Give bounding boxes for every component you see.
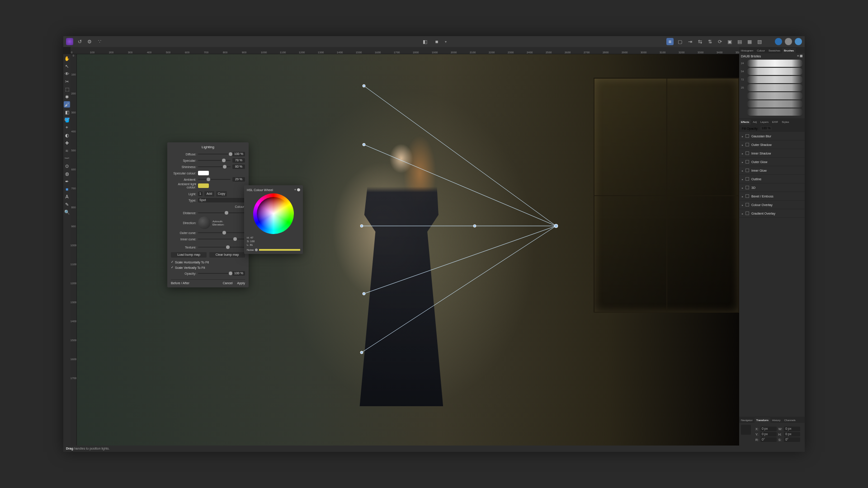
effect-row[interactable]: ▸Inner Shadow bbox=[739, 149, 805, 158]
tab-transform[interactable]: Transform bbox=[755, 418, 770, 423]
paint-brush-tool-icon[interactable]: 🖌 bbox=[64, 101, 70, 108]
studio-tabs-top[interactable]: HistogramColourSwatchesBrushes bbox=[739, 47, 805, 53]
arrange-forward-icon[interactable]: ▤ bbox=[736, 38, 743, 45]
tab-colour[interactable]: Colour bbox=[755, 48, 767, 53]
pen-tool-icon[interactable]: ✒ bbox=[64, 178, 70, 184]
brush-item[interactable] bbox=[741, 100, 803, 108]
brush-item[interactable]: 25 bbox=[741, 84, 803, 91]
brush-item[interactable]: 54 bbox=[741, 68, 803, 75]
brush-item[interactable] bbox=[741, 108, 803, 116]
eyedropper-icon[interactable]: ⌖ ⬤ bbox=[294, 188, 300, 192]
tab-channels[interactable]: Channels bbox=[782, 418, 797, 423]
lighting-panel[interactable]: Lighting Diffuse:100 % Specular:78 % Shi… bbox=[167, 142, 249, 287]
clear-bump-button[interactable]: Clear bump map bbox=[209, 252, 245, 258]
effects-list[interactable]: ▸Gaussian Blur▸Outer Shadow▸Inner Shadow… bbox=[739, 132, 805, 218]
apply-button[interactable]: Apply bbox=[237, 282, 245, 285]
fill-tool-icon[interactable]: 🪣 bbox=[64, 117, 70, 123]
inner-cone-slider[interactable] bbox=[198, 239, 245, 239]
brush-item[interactable]: 72 bbox=[741, 76, 803, 83]
shininess-slider[interactable] bbox=[198, 166, 231, 167]
opacity-value[interactable]: 100 % bbox=[232, 271, 245, 276]
texture-slider[interactable] bbox=[198, 247, 245, 248]
noise-slider[interactable] bbox=[259, 249, 300, 251]
fill-opacity-value[interactable]: 100 % bbox=[760, 126, 772, 131]
erase-tool-icon[interactable]: ◧ bbox=[64, 109, 70, 115]
tab-swatches[interactable]: Swatches bbox=[767, 48, 782, 53]
light-outer-handle-1[interactable] bbox=[363, 84, 365, 87]
outer-cone-slider[interactable] bbox=[198, 232, 245, 233]
scale-h-checkbox[interactable]: Scale Horizontally To Fit bbox=[171, 259, 245, 265]
anchor-widget[interactable] bbox=[741, 425, 751, 435]
ambient-value[interactable]: 29 % bbox=[232, 177, 245, 182]
arrange-group-icon[interactable]: ▢ bbox=[676, 38, 684, 45]
settings-gear-icon[interactable]: ⚙ bbox=[86, 38, 93, 45]
tab-exif[interactable]: EXIF bbox=[770, 119, 780, 125]
effect-row[interactable]: ▸Outline bbox=[739, 175, 805, 183]
hsl-wheel[interactable] bbox=[253, 193, 294, 234]
light-outer-handle-2[interactable] bbox=[360, 351, 363, 354]
transform-x[interactable]: 0 px bbox=[760, 427, 777, 431]
light-center-handle[interactable] bbox=[360, 225, 363, 227]
light-type-select[interactable]: Spot bbox=[198, 198, 245, 202]
account-icon[interactable] bbox=[795, 38, 802, 45]
live-preview-icon[interactable] bbox=[775, 38, 782, 45]
light-inner-handle-2[interactable] bbox=[363, 292, 365, 295]
text-tool-icon[interactable]: A bbox=[64, 193, 70, 200]
inpainting-tool-icon[interactable]: ≈ bbox=[64, 147, 70, 154]
move-tool-icon[interactable]: ↖ bbox=[64, 63, 70, 69]
ambient-slider[interactable] bbox=[198, 179, 231, 180]
transform-w[interactable]: 0 px bbox=[784, 427, 800, 431]
opacity-slider[interactable] bbox=[198, 273, 231, 274]
ambient-colour-swatch[interactable] bbox=[198, 183, 209, 188]
diffuse-value[interactable]: 100 % bbox=[232, 152, 245, 156]
red-eye-tool-icon[interactable]: ⊙ bbox=[64, 163, 70, 169]
clone-tool-icon[interactable]: ⌖ bbox=[64, 124, 70, 131]
load-bump-button[interactable]: Load bump map bbox=[171, 252, 207, 258]
arrange-toback-icon[interactable]: ▧ bbox=[756, 38, 763, 45]
studio-tabs-bottom[interactable]: NavigatorTransformHistoryChannels bbox=[739, 417, 805, 423]
specular-value[interactable]: 78 % bbox=[232, 158, 245, 163]
arrange-distribute-icon[interactable]: ⇥ bbox=[686, 38, 693, 45]
effect-row[interactable]: ▸Bevel / Emboss bbox=[739, 192, 805, 201]
canvas[interactable]: Lighting Diffuse:100 % Specular:78 % Shi… bbox=[77, 54, 739, 446]
transform-r[interactable]: 0° bbox=[760, 437, 777, 442]
effect-row[interactable]: ▸Outer Shadow bbox=[739, 141, 805, 149]
before-after-toggle[interactable]: Before / After bbox=[171, 282, 189, 285]
flood-select-tool-icon[interactable]: ✱ bbox=[64, 94, 70, 100]
cancel-button[interactable]: Cancel bbox=[223, 282, 233, 285]
shape-tool-icon[interactable]: ■ bbox=[64, 186, 70, 192]
crop-tool-icon[interactable]: ✂ bbox=[64, 78, 70, 84]
brush-menu-icon[interactable]: ≡ ▦ bbox=[797, 54, 803, 58]
persona-develop-icon[interactable]: ◧ bbox=[421, 38, 429, 45]
tab-navigator[interactable]: Navigator bbox=[739, 418, 755, 423]
arrange-rotate-icon[interactable]: ⟳ bbox=[716, 38, 723, 45]
persona-dropdown-icon[interactable]: ▾ bbox=[445, 40, 447, 44]
hand-tool-icon[interactable]: ✋ bbox=[64, 55, 70, 61]
brush-category[interactable]: DAUB Bristles bbox=[741, 55, 761, 58]
share-icon[interactable]: ∵ bbox=[96, 38, 103, 45]
zoom-tool-icon[interactable]: 🔍 bbox=[64, 209, 70, 215]
direction-knob[interactable] bbox=[198, 216, 211, 229]
effect-row[interactable]: ▸Outer Glow bbox=[739, 158, 805, 166]
persona-photo-icon[interactable]: ■ bbox=[433, 38, 440, 45]
tab-histogram[interactable]: Histogram bbox=[739, 48, 755, 53]
copy-light-button[interactable]: Copy bbox=[216, 191, 227, 197]
view-tool-icon[interactable]: 👁 bbox=[64, 70, 70, 77]
light-index-select[interactable]: 1 bbox=[198, 192, 203, 196]
undo-icon[interactable]: ↺ bbox=[76, 38, 83, 45]
brush-list[interactable]: 24547225 bbox=[739, 59, 805, 117]
scale-v-checkbox[interactable]: Scale Vertically To Fit bbox=[171, 265, 245, 270]
effect-row[interactable]: ▸Inner Glow bbox=[739, 166, 805, 175]
arrange-tofront-icon[interactable]: ▦ bbox=[746, 38, 753, 45]
add-light-button[interactable]: Add bbox=[204, 191, 214, 197]
arrange-flip-h-icon[interactable]: ⇆ bbox=[696, 38, 703, 45]
tab-adj[interactable]: Adj bbox=[751, 119, 759, 125]
effect-row[interactable]: ▸Gaussian Blur bbox=[739, 132, 805, 141]
transform-s[interactable]: 0° bbox=[784, 437, 800, 442]
tab-brushes[interactable]: Brushes bbox=[782, 48, 796, 53]
transform-h[interactable]: 0 px bbox=[784, 432, 800, 436]
light-inner-handle-1[interactable] bbox=[363, 143, 365, 146]
effect-row[interactable]: ▸Gradient Overlay bbox=[739, 209, 805, 218]
specular-colour-swatch[interactable] bbox=[198, 171, 209, 175]
noise-knob[interactable] bbox=[255, 249, 258, 251]
